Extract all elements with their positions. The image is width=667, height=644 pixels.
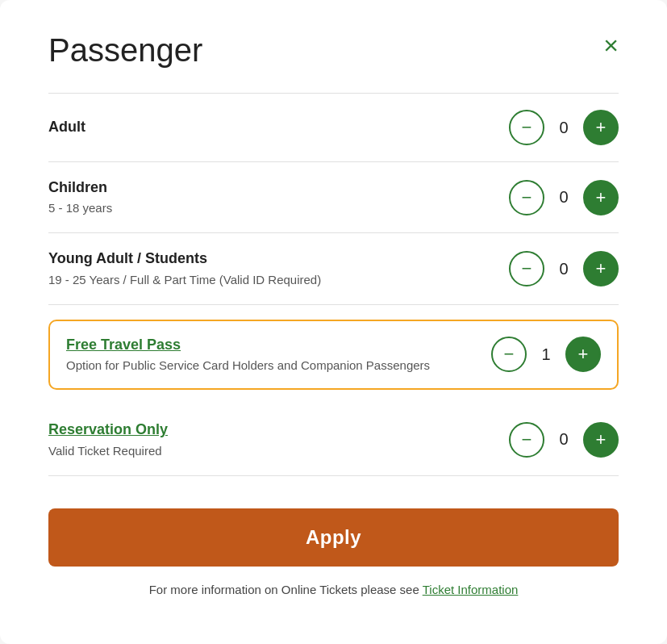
ticket-information-link[interactable]: Ticket Information	[423, 583, 519, 596]
passenger-desc-children: 5 - 18 years	[48, 199, 509, 216]
passenger-name-free-travel[interactable]: Free Travel Pass	[66, 336, 491, 354]
passenger-info-adult: Adult	[48, 118, 509, 136]
close-button[interactable]: ×	[603, 32, 619, 58]
increment-young-adult-button[interactable]: +	[583, 251, 619, 286]
decrement-children-button[interactable]: −	[509, 180, 544, 215]
passenger-name-adult: Adult	[48, 118, 509, 136]
count-free-travel: 1	[540, 345, 552, 364]
count-adult: 0	[557, 119, 570, 137]
increment-adult-button[interactable]: +	[583, 110, 619, 145]
footer-note: For more information on Online Tickets p…	[48, 583, 619, 596]
passenger-list: Adult − 0 + Children 5 - 18 years − 0 +	[48, 93, 619, 476]
counter-reservation: − 0 +	[509, 422, 619, 458]
passenger-row-adult: Adult − 0 +	[48, 93, 619, 162]
passenger-row-children: Children 5 - 18 years − 0 +	[48, 162, 619, 233]
decrement-free-travel-button[interactable]: −	[491, 337, 527, 372]
passenger-modal: Passenger × Adult − 0 + Children 5 - 18 …	[0, 0, 667, 644]
passenger-info-children: Children 5 - 18 years	[48, 178, 509, 216]
passenger-row-free-travel: Free Travel Pass Option for Public Servi…	[48, 320, 619, 390]
increment-free-travel-button[interactable]: +	[565, 337, 601, 372]
decrement-young-adult-button[interactable]: −	[509, 251, 544, 286]
passenger-row-young-adult: Young Adult / Students 19 - 25 Years / F…	[48, 233, 619, 304]
counter-children: − 0 +	[509, 180, 619, 215]
modal-header: Passenger ×	[48, 32, 619, 69]
passenger-desc-young-adult: 19 - 25 Years / Full & Part Time (Valid …	[48, 271, 509, 288]
counter-free-travel: − 1 +	[491, 337, 601, 372]
passenger-name-reservation[interactable]: Reservation Only	[48, 420, 509, 439]
footer-text: For more information on Online Tickets p…	[149, 583, 423, 596]
passenger-info-reservation: Reservation Only Valid Ticket Required	[48, 420, 509, 458]
passenger-desc-reservation: Valid Ticket Required	[48, 442, 509, 459]
apply-button[interactable]: Apply	[48, 508, 619, 567]
decrement-adult-button[interactable]: −	[509, 110, 544, 145]
passenger-name-young-adult: Young Adult / Students	[48, 249, 509, 268]
passenger-info-young-adult: Young Adult / Students 19 - 25 Years / F…	[48, 249, 509, 287]
counter-adult: − 0 +	[509, 110, 619, 145]
passenger-name-children: Children	[48, 178, 509, 197]
passenger-desc-free-travel: Option for Public Service Card Holders a…	[66, 357, 491, 374]
increment-children-button[interactable]: +	[583, 180, 619, 215]
count-reservation: 0	[557, 430, 570, 449]
counter-young-adult: − 0 +	[509, 251, 619, 286]
count-young-adult: 0	[557, 260, 570, 278]
count-children: 0	[557, 188, 570, 207]
increment-reservation-button[interactable]: +	[583, 422, 619, 458]
passenger-info-free-travel: Free Travel Pass Option for Public Servi…	[66, 336, 491, 374]
passenger-row-reservation: Reservation Only Valid Ticket Required −…	[48, 404, 619, 475]
decrement-reservation-button[interactable]: −	[509, 422, 544, 458]
modal-title: Passenger	[48, 32, 202, 69]
free-travel-wrapper: Free Travel Pass Option for Public Servi…	[48, 305, 619, 404]
